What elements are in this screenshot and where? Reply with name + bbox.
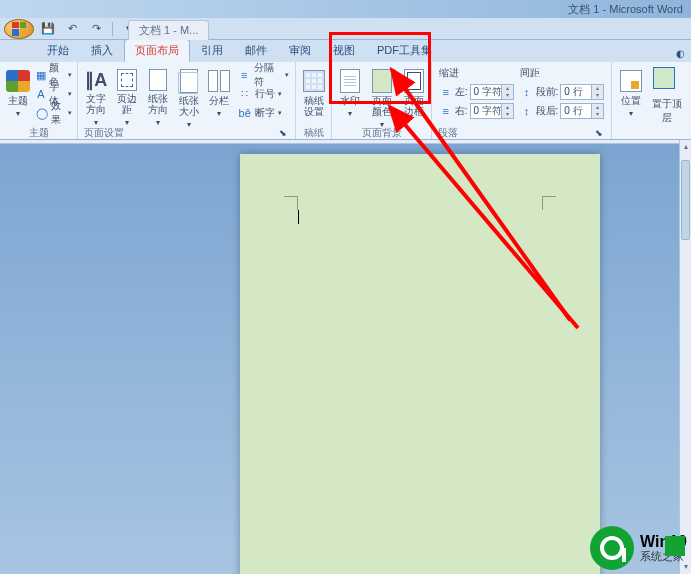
bring-front-icon — [655, 69, 675, 89]
group-label-themes: 主题 — [4, 126, 73, 140]
vertical-scrollbar[interactable]: ▴ ▾ — [679, 140, 691, 574]
ribbon-tabs: 开始 插入 页面布局 引用 邮件 审阅 视图 PDF工具集 — [0, 40, 691, 62]
orientation-icon — [149, 69, 167, 91]
manuscript-icon — [303, 70, 325, 92]
document-page[interactable] — [240, 154, 600, 574]
position-button[interactable]: 位置 ▾ — [616, 64, 645, 126]
indent-right-spinner[interactable]: 0 字符▴▾ — [470, 103, 514, 119]
margins-button[interactable]: 页边距 ▾ — [113, 64, 142, 126]
indent-left-icon: ≡ — [439, 85, 453, 99]
text-cursor — [298, 210, 299, 224]
group-paragraph: 缩进 ≡左: 0 字符▴▾ ≡右: 0 字符▴▾ 间距 ↕段前: 0 行▴▾ ↕… — [432, 62, 612, 139]
window-title: 文档 1 - Microsoft Word — [568, 2, 683, 17]
minimize-ribbon-icon[interactable]: ◐ — [671, 44, 689, 62]
tab-view[interactable]: 视图 — [322, 39, 366, 62]
tab-insert[interactable]: 插入 — [80, 39, 124, 62]
group-themes: 主题 ▾ ▦颜色▾ A字体▾ ◯效果▾ 主题 — [0, 62, 78, 139]
fonts-icon: A — [36, 87, 47, 101]
indent-left-spinner[interactable]: 0 字符▴▾ — [470, 84, 514, 100]
theme-effects-button[interactable]: ◯效果▾ — [34, 104, 74, 122]
page-border-icon — [404, 69, 424, 93]
columns-icon — [208, 70, 230, 92]
group-page-background: 水印 ▾ 页面颜色 ▾ 页面 边框 页面背景 — [332, 62, 432, 139]
position-icon — [620, 70, 642, 92]
size-button[interactable]: 纸张大小 ▾ — [174, 64, 203, 126]
orientation-button[interactable]: 纸张方向 ▾ — [143, 64, 172, 126]
group-label-paragraph: 段落 ⬊ — [436, 126, 607, 140]
group-arrange: 位置 ▾ 置于顶层 — [612, 62, 690, 139]
spacing-before-spinner[interactable]: 0 行▴▾ — [560, 84, 604, 100]
group-label-page-setup: 页面设置 ⬊ — [82, 126, 291, 140]
page-color-button[interactable]: 页面颜色 ▾ — [367, 64, 397, 126]
group-label-page-bg: 页面背景 — [336, 126, 427, 140]
group-label-manuscript: 稿纸 — [300, 126, 327, 140]
breaks-icon: ≡ — [238, 68, 251, 82]
effects-icon: ◯ — [36, 106, 48, 120]
columns-button[interactable]: 分栏 ▾ — [205, 64, 234, 126]
page-border-button[interactable]: 页面 边框 — [399, 64, 429, 126]
scroll-up-icon[interactable]: ▴ — [680, 140, 691, 154]
undo-icon[interactable]: ↶ — [62, 20, 82, 38]
colors-icon: ▦ — [36, 68, 47, 82]
bring-front-button[interactable] — [647, 66, 683, 94]
page-setup-launcher-icon[interactable]: ⬊ — [277, 127, 289, 139]
redo-icon[interactable]: ↷ — [86, 20, 106, 38]
scrollbar-thumb[interactable] — [681, 160, 690, 240]
watermark-logo: Win10 系统之家 — [590, 526, 687, 570]
quick-access-toolbar: 💾 ↶ ↷ ▾ — [0, 18, 691, 40]
line-numbers-button[interactable]: ∷行号▾ — [236, 85, 291, 103]
background-window-tab[interactable]: 文档 1 - M... — [128, 20, 209, 40]
themes-icon — [6, 70, 30, 92]
watermark-badge-icon — [590, 526, 634, 570]
paragraph-launcher-icon[interactable]: ⬊ — [593, 127, 605, 139]
margin-mark-top-left — [284, 196, 298, 210]
themes-button[interactable]: 主题 ▾ — [4, 64, 32, 126]
spacing-before-icon: ↕ — [520, 85, 534, 99]
breaks-button[interactable]: ≡分隔符▾ — [236, 66, 291, 84]
page-color-icon — [372, 69, 392, 93]
text-direction-button[interactable]: ∥A 文字方向 ▾ — [82, 64, 111, 126]
spacing-after-spinner[interactable]: 0 行▴▾ — [560, 103, 604, 119]
spacing-after-icon: ↕ — [520, 104, 534, 118]
tab-pdf-tools[interactable]: PDF工具集 — [366, 39, 443, 62]
tab-references[interactable]: 引用 — [190, 39, 234, 62]
manuscript-settings-button[interactable]: 稿纸 设置 — [299, 64, 329, 126]
line-numbers-icon: ∷ — [238, 87, 252, 101]
hyphenation-icon: bê — [238, 106, 252, 120]
hyphenation-button[interactable]: bê断字▾ — [236, 104, 291, 122]
watermark-button[interactable]: 水印 ▾ — [335, 64, 365, 126]
text-direction-icon: ∥A — [83, 69, 109, 91]
group-page-setup: ∥A 文字方向 ▾ 页边距 ▾ 纸张方向 ▾ 纸张大小 ▾ 分栏 — [78, 62, 296, 139]
document-workspace: ▴ ▾ — [0, 140, 691, 574]
office-button[interactable] — [4, 19, 34, 39]
tab-page-layout[interactable]: 页面布局 — [124, 39, 190, 62]
title-bar: 文档 1 - Microsoft Word — [0, 0, 691, 18]
tab-review[interactable]: 审阅 — [278, 39, 322, 62]
margins-icon — [117, 69, 137, 91]
group-manuscript: 稿纸 设置 稿纸 — [296, 62, 332, 139]
chevron-down-icon: ▾ — [16, 109, 20, 118]
indent-right-icon: ≡ — [439, 104, 453, 118]
save-icon[interactable]: 💾 — [38, 20, 58, 38]
size-icon — [180, 69, 198, 93]
ribbon: 主题 ▾ ▦颜色▾ A字体▾ ◯效果▾ 主题 ∥A 文字方向 ▾ 页边距 ▾ — [0, 62, 691, 140]
tab-home[interactable]: 开始 — [36, 39, 80, 62]
margin-mark-top-right — [542, 196, 556, 210]
watermark-icon — [340, 69, 360, 93]
tab-mailings[interactable]: 邮件 — [234, 39, 278, 62]
